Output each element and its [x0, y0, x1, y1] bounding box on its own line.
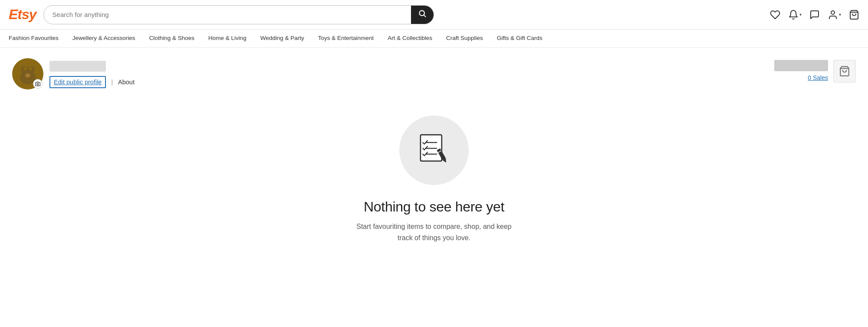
about-link[interactable]: About [118, 79, 135, 86]
shop-bag-icon [839, 66, 850, 77]
search-input[interactable] [44, 11, 411, 18]
profile-username-blurred [49, 61, 106, 72]
search-button[interactable] [411, 5, 434, 24]
edit-profile-button[interactable]: Edit public profile [49, 76, 106, 88]
favorites-button[interactable] [770, 10, 780, 20]
svg-line-1 [424, 15, 425, 17]
search-icon [418, 9, 427, 20]
messages-button[interactable] [809, 10, 820, 20]
sales-info: 0 Sales [774, 60, 828, 82]
nav-item-fashion[interactable]: Fashion Favourites [9, 30, 66, 48]
nav-item-art[interactable]: Art & Collectibles [381, 30, 439, 48]
bell-caret: ▾ [799, 12, 802, 17]
account-button[interactable]: ▾ [828, 10, 841, 20]
nav-item-home[interactable]: Home & Living [201, 30, 253, 48]
link-divider: | [111, 79, 113, 86]
svg-point-2 [831, 11, 835, 14]
heart-icon [770, 10, 780, 20]
empty-state-title: Nothing to see here yet [364, 199, 504, 215]
sales-count[interactable]: 0 Sales [808, 74, 828, 81]
right-profile-section: 0 Sales [774, 58, 856, 83]
nav-item-craft[interactable]: Craft Supplies [439, 30, 490, 48]
shop-username-blurred [774, 60, 828, 71]
svg-point-8 [23, 67, 27, 70]
cart-button[interactable] [849, 10, 859, 20]
nav-item-gifts[interactable]: Gifts & Gift Cards [490, 30, 549, 48]
svg-point-11 [37, 83, 39, 85]
nav-item-wedding[interactable]: Wedding & Party [253, 30, 311, 48]
svg-point-9 [29, 67, 32, 70]
notifications-button[interactable]: ▾ [788, 10, 802, 20]
profile-info: Edit public profile | About [49, 61, 135, 88]
cart-icon [849, 10, 859, 20]
message-icon [809, 10, 820, 20]
empty-state-icon [399, 116, 469, 185]
checklist-svg [417, 133, 451, 168]
shop-icon-button[interactable] [833, 60, 856, 83]
empty-state-subtitle: Start favouriting items to compare, shop… [356, 221, 512, 243]
bell-icon [788, 10, 799, 20]
header: Etsy ▾ [0, 0, 868, 30]
header-icons: ▾ ▾ [770, 10, 859, 20]
camera-icon-button[interactable] [33, 79, 43, 89]
main-content: Nothing to see here yet Start favouritin… [0, 89, 868, 261]
svg-point-10 [25, 73, 30, 78]
nav-item-toys[interactable]: Toys & Entertainment [311, 30, 381, 48]
profile-section: Edit public profile | About 0 Sales [0, 48, 868, 89]
search-bar [43, 5, 434, 24]
account-caret: ▾ [839, 12, 841, 17]
avatar-container [12, 58, 43, 89]
profile-links: Edit public profile | About [49, 76, 135, 88]
etsy-logo[interactable]: Etsy [9, 7, 36, 23]
camera-icon [35, 81, 40, 86]
nav-item-jewellery[interactable]: Jewellery & Accessories [66, 30, 142, 48]
account-icon [828, 10, 838, 20]
nav-item-clothing[interactable]: Clothing & Shoes [142, 30, 201, 48]
nav-bar: Fashion Favourites Jewellery & Accessori… [0, 30, 868, 48]
